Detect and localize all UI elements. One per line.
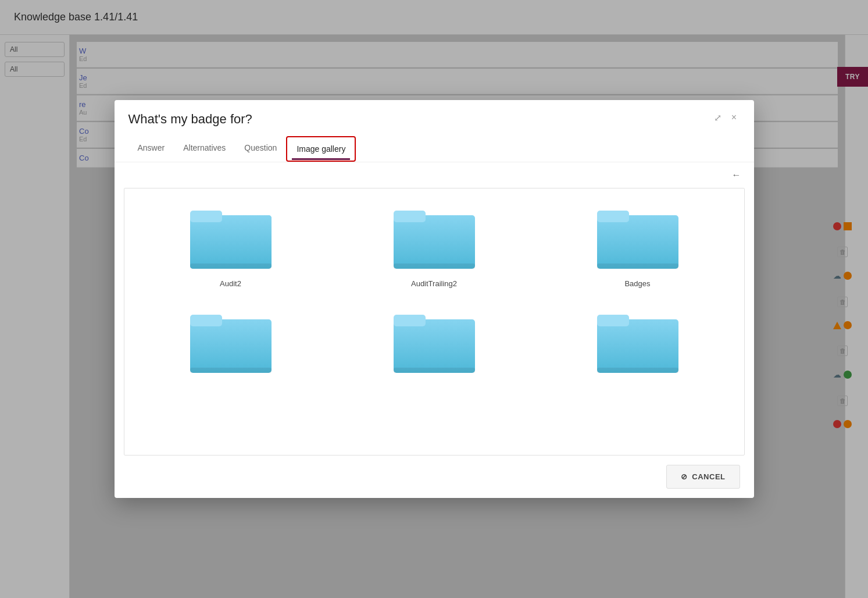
svg-rect-14 bbox=[394, 315, 426, 326]
modal-tabs: Answer Alternatives Question Image galle… bbox=[115, 136, 754, 162]
svg-rect-9 bbox=[597, 264, 678, 269]
folder-badges[interactable]: Badges bbox=[550, 202, 726, 288]
svg-rect-4 bbox=[394, 215, 475, 269]
modal-footer: ⊘ CANCEL bbox=[115, 455, 754, 498]
modal-header-icons: ⤢ × bbox=[712, 112, 740, 123]
cancel-icon: ⊘ bbox=[681, 472, 688, 481]
tab-answer[interactable]: Answer bbox=[128, 136, 174, 162]
svg-rect-5 bbox=[394, 211, 426, 222]
modal-dialog: What's my badge for? ⤢ × Answer Alternat… bbox=[115, 100, 754, 498]
svg-rect-2 bbox=[190, 211, 222, 222]
modal-title: What's my badge for? bbox=[128, 112, 252, 127]
resize-icon[interactable]: ⤢ bbox=[712, 112, 724, 123]
svg-rect-8 bbox=[597, 211, 629, 222]
svg-rect-17 bbox=[597, 315, 629, 326]
folder-6[interactable] bbox=[550, 307, 726, 383]
folder-audit2-label: Audit2 bbox=[220, 279, 241, 288]
folder-4[interactable] bbox=[143, 307, 319, 383]
folder-4-icon bbox=[190, 307, 272, 376]
tab-alternatives[interactable]: Alternatives bbox=[174, 136, 235, 162]
svg-rect-11 bbox=[190, 315, 222, 326]
folder-5-icon bbox=[394, 307, 475, 376]
cancel-label: CANCEL bbox=[692, 472, 725, 481]
svg-rect-3 bbox=[190, 264, 272, 269]
folder-audit2[interactable]: Audit2 bbox=[143, 202, 319, 288]
folder-audittrailing2[interactable]: AuditTrailing2 bbox=[347, 202, 522, 288]
cancel-button[interactable]: ⊘ CANCEL bbox=[666, 465, 740, 489]
svg-rect-16 bbox=[597, 319, 678, 373]
modal-overlay: What's my badge for? ⤢ × Answer Alternat… bbox=[0, 0, 868, 598]
svg-rect-10 bbox=[190, 319, 272, 373]
folder-badges-label: Badges bbox=[624, 279, 650, 288]
folder-audit2-icon bbox=[190, 202, 272, 272]
svg-rect-6 bbox=[394, 264, 475, 269]
tab-image-gallery[interactable]: Image gallery bbox=[286, 136, 356, 162]
folder-audittrailing2-label: AuditTrailing2 bbox=[411, 279, 457, 288]
folder-5[interactable] bbox=[347, 307, 522, 383]
svg-rect-1 bbox=[190, 215, 272, 269]
svg-rect-13 bbox=[394, 319, 475, 373]
modal-header: What's my badge for? ⤢ × bbox=[115, 100, 754, 127]
svg-rect-15 bbox=[394, 368, 475, 373]
svg-rect-18 bbox=[597, 368, 678, 373]
modal-navigation: ← bbox=[115, 162, 754, 188]
gallery-back-button[interactable]: ← bbox=[728, 167, 745, 183]
folder-badges-icon bbox=[597, 202, 678, 272]
folder-audittrailing2-icon bbox=[394, 202, 475, 272]
svg-rect-7 bbox=[597, 215, 678, 269]
close-icon[interactable]: × bbox=[728, 112, 740, 123]
gallery-container[interactable]: Audit2 bbox=[124, 188, 745, 455]
folder-6-icon bbox=[597, 307, 678, 376]
svg-rect-12 bbox=[190, 368, 272, 373]
modal-body: Audit2 bbox=[115, 188, 754, 455]
gallery-grid: Audit2 bbox=[143, 202, 726, 383]
tab-question[interactable]: Question bbox=[235, 136, 286, 162]
